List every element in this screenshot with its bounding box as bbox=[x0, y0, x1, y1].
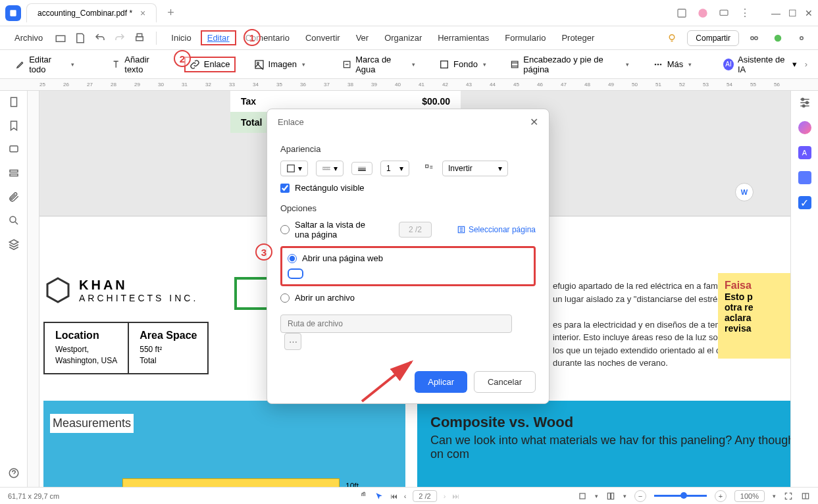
text-icon bbox=[111, 59, 120, 70]
ai-assistant-button[interactable]: AI Asistente de IA▾ › bbox=[723, 55, 807, 74]
image-button[interactable]: Imagen▾ bbox=[249, 57, 311, 72]
menu-formulario[interactable]: Formulario bbox=[498, 30, 552, 45]
menu-organizar[interactable]: Organizar bbox=[378, 30, 428, 45]
url-input[interactable] bbox=[288, 268, 303, 279]
visible-rect-checkbox[interactable] bbox=[280, 184, 290, 193]
chevron-right-icon[interactable]: › bbox=[805, 59, 807, 69]
hand-tool-icon[interactable] bbox=[359, 491, 368, 501]
fields-icon[interactable] bbox=[8, 167, 20, 179]
collab-icon[interactable] bbox=[748, 32, 760, 44]
settings-icon[interactable] bbox=[796, 32, 807, 44]
prev-page-icon[interactable]: ‹ bbox=[404, 492, 407, 500]
view-mode-icon[interactable] bbox=[606, 491, 615, 501]
background-button[interactable]: Fondo▾ bbox=[434, 57, 492, 72]
browse-file-button[interactable]: ⋯ bbox=[284, 333, 301, 350]
annotation-1: 1 bbox=[243, 29, 261, 46]
ruler-horizontal: 2526272829303132333435363738394041424344… bbox=[0, 79, 818, 91]
help-icon[interactable] bbox=[8, 467, 20, 479]
more-button[interactable]: Más▾ bbox=[648, 57, 698, 72]
maximize-button[interactable]: ☐ bbox=[788, 8, 797, 18]
zoom-level[interactable]: 100% bbox=[734, 490, 765, 502]
bookmark-icon[interactable] bbox=[8, 120, 20, 132]
user-icon[interactable] bbox=[698, 8, 708, 18]
word-float-icon[interactable]: W bbox=[735, 183, 754, 201]
menu-proteger[interactable]: Proteger bbox=[555, 30, 601, 45]
page-thumbs-icon[interactable] bbox=[8, 96, 20, 108]
header-footer-button[interactable]: Encabezado y pie de página▾ bbox=[505, 52, 634, 77]
page-number-input[interactable]: 2 /2 bbox=[399, 222, 432, 238]
chat-icon[interactable] bbox=[719, 8, 729, 18]
svg-point-12 bbox=[257, 62, 259, 64]
select-page-link[interactable]: Seleccionar página bbox=[469, 225, 536, 234]
menu-convertir[interactable]: Convertir bbox=[299, 30, 347, 45]
undo-icon[interactable] bbox=[94, 32, 106, 44]
save-icon[interactable] bbox=[74, 32, 86, 44]
svg-rect-35 bbox=[426, 165, 428, 168]
close-window-button[interactable]: ✕ bbox=[805, 8, 813, 18]
feedback-icon[interactable] bbox=[798, 171, 811, 184]
dialog-close-button[interactable]: ✕ bbox=[530, 116, 538, 128]
highlight-select[interactable]: Invertir▾ bbox=[442, 161, 508, 176]
menu-file[interactable]: Archivo bbox=[8, 30, 49, 45]
apply-button[interactable]: Aplicar bbox=[415, 371, 467, 393]
next-page-icon[interactable]: › bbox=[444, 492, 446, 500]
watermark-button[interactable]: Marca de Agua▾ bbox=[337, 52, 421, 77]
layers-icon[interactable] bbox=[8, 238, 20, 250]
link-type-icon[interactable] bbox=[424, 163, 434, 174]
border-style-select[interactable]: ▾ bbox=[280, 161, 308, 176]
cancel-button[interactable]: Cancelar bbox=[474, 371, 536, 393]
annotation-3: 3 bbox=[255, 243, 272, 261]
annotation-2: 2 bbox=[174, 50, 191, 67]
menu-editar[interactable]: Editar bbox=[201, 30, 236, 45]
file-path-input[interactable] bbox=[280, 315, 512, 333]
attachment-icon[interactable] bbox=[8, 191, 20, 203]
open-file-radio[interactable] bbox=[280, 293, 290, 303]
panel-icon[interactable] bbox=[677, 8, 687, 18]
zoom-in-button[interactable]: + bbox=[715, 490, 727, 502]
check-icon[interactable]: ✓ bbox=[798, 196, 811, 209]
fullscreen-icon[interactable] bbox=[784, 491, 793, 501]
edit-all-button[interactable]: Editar todo▾ bbox=[11, 52, 80, 77]
zoom-slider[interactable] bbox=[654, 495, 707, 497]
line-style-select[interactable]: ▾ bbox=[316, 161, 344, 176]
comments-icon[interactable] bbox=[8, 143, 20, 155]
print-icon[interactable] bbox=[134, 32, 145, 44]
sidebar-left bbox=[0, 91, 28, 487]
document-tab[interactable]: accounting_Combinar.pdf * × bbox=[26, 3, 157, 22]
translate-icon[interactable]: A bbox=[798, 146, 811, 159]
add-tab-button[interactable]: + bbox=[162, 6, 180, 20]
sliders-icon[interactable] bbox=[798, 96, 811, 109]
select-tool-icon[interactable] bbox=[374, 491, 384, 501]
line-weight-select[interactable]: 1▾ bbox=[380, 161, 409, 176]
menu-inicio[interactable]: Inicio bbox=[165, 30, 197, 45]
goto-page-radio[interactable] bbox=[280, 225, 290, 234]
company-logo: KHAN ARCHITECTS INC. bbox=[45, 277, 198, 303]
minimize-button[interactable]: — bbox=[771, 8, 780, 18]
kebab-icon[interactable]: ⋮ bbox=[740, 7, 750, 19]
read-mode-icon[interactable] bbox=[801, 491, 810, 501]
lightbulb-icon[interactable] bbox=[666, 32, 678, 44]
zoom-out-button[interactable]: − bbox=[634, 490, 646, 502]
last-page-icon[interactable]: ⏭ bbox=[452, 492, 459, 500]
menu-ver[interactable]: Ver bbox=[349, 30, 376, 45]
toolbar: Editar todo▾ Añadir texto Enlace Imagen▾… bbox=[0, 50, 818, 79]
sticky-note[interactable]: Faisa Esto p otra re aclara revisa bbox=[718, 273, 790, 359]
open-web-radio[interactable] bbox=[288, 254, 297, 263]
share-button[interactable]: Compartir bbox=[687, 30, 739, 46]
svg-rect-11 bbox=[255, 61, 263, 68]
fit-width-icon[interactable] bbox=[578, 491, 587, 501]
add-text-button[interactable]: Añadir texto bbox=[106, 52, 171, 77]
app-icon[interactable] bbox=[5, 5, 21, 21]
open-icon[interactable] bbox=[55, 32, 66, 44]
redo-icon[interactable] bbox=[114, 32, 126, 44]
first-page-icon[interactable]: ⏮ bbox=[390, 492, 397, 500]
link-button[interactable]: Enlace bbox=[184, 57, 236, 72]
page-indicator[interactable]: 2 /2 bbox=[413, 490, 436, 502]
menu-herramientas[interactable]: Herramientas bbox=[431, 30, 496, 45]
ruler-vertical bbox=[28, 91, 39, 487]
chat-bubble-icon[interactable] bbox=[798, 121, 811, 134]
close-tab-icon[interactable]: × bbox=[140, 8, 145, 18]
svg-rect-28 bbox=[288, 165, 295, 172]
search-icon[interactable] bbox=[8, 214, 20, 226]
cloud-icon[interactable] bbox=[772, 32, 784, 44]
